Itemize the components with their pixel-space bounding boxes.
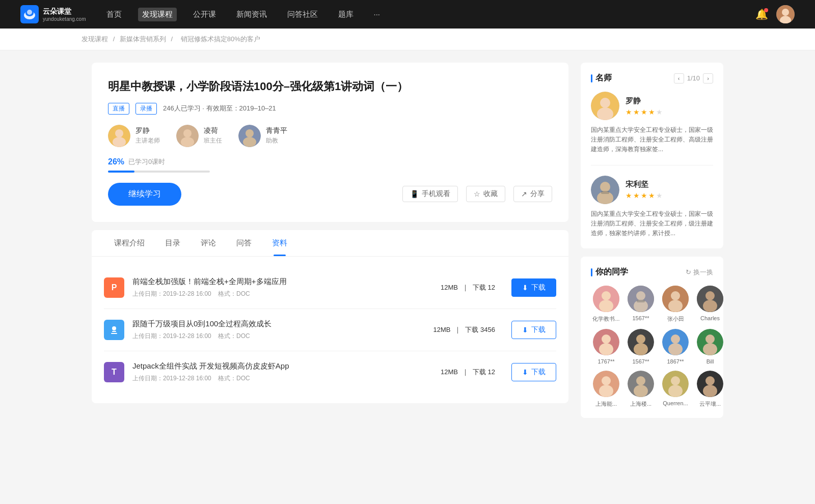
classmate-name-5: 1767** [591,358,621,365]
logo[interactable]: 云朵课堂 yundouketang.com [20,5,86,23]
svg-rect-16 [112,331,116,332]
instructor-info-2: 凌荷 班主任 [204,126,222,145]
svg-point-42 [636,334,645,344]
nav-question[interactable]: 题库 [334,8,358,21]
instructors: 罗静 主讲老师 凌荷 班主任 [108,125,552,147]
logo-icon [20,5,39,23]
nav-news[interactable]: 新闻资讯 [232,8,271,21]
tab-review[interactable]: 评论 [191,230,226,256]
svg-point-22 [600,182,610,192]
instructor-2: 凌荷 班主任 [176,125,222,147]
nav-discover[interactable]: 发现课程 [138,8,177,21]
tabs-content: P 前端全栈加强版！前端全栈+全周期+多端应用 上传日期：2019-12-28 … [92,257,568,403]
share-button[interactable]: ↗ 分享 [513,186,552,202]
svg-point-55 [634,385,648,397]
file-meta-3: 上传日期：2019-12-28 16:00 格式：DOC [132,374,424,383]
classmate-9: 上海能... [591,371,621,408]
svg-point-61 [703,385,717,397]
collect-button[interactable]: ☆ 收藏 [466,186,505,202]
classmate-name-3: 张小田 [660,315,691,323]
svg-point-26 [602,291,611,300]
instructor-avatar-2 [176,125,199,147]
classmate-avatar-10 [628,371,654,397]
svg-point-8 [113,137,126,147]
download-button-2[interactable]: ⬇ 下载 [511,321,556,339]
teachers-card-header: 名师 ‹ 1/10 › [591,73,713,83]
svg-point-14 [243,137,256,147]
tag-record: 录播 [135,103,157,115]
teacher-item-2: 宋利坚 ★ ★ ★ ★ ★ 国内某重点大学安全工程专业硕士，国家一级注册消防工程… [591,176,713,239]
prev-page-button[interactable]: ‹ [674,73,684,83]
nav-more[interactable]: ··· [370,8,385,21]
instructor-info-3: 青青平 助教 [266,126,287,145]
file-icon-u [104,320,124,340]
notification-bell[interactable]: 🔔 [755,8,768,20]
file-name-2: 跟随千万级项目从0到100全过程高效成长 [132,319,417,329]
instructor-1: 罗静 主讲老师 [108,125,160,147]
svg-point-11 [181,137,194,147]
svg-point-39 [602,334,611,344]
classmate-name-9: 上海能... [591,400,621,408]
classmate-6: 1567** [626,329,656,365]
tab-catalog[interactable]: 目录 [155,230,191,256]
instructor-3: 青青平 助教 [238,125,287,147]
teacher-stars-2: ★ ★ ★ ★ ★ [626,191,663,200]
nav-open[interactable]: 公开课 [189,8,220,21]
breadcrumb-series[interactable]: 新媒体营销系列 [120,35,166,43]
classmate-name-12: 云平壤... [695,400,725,408]
teacher-top-2: 宋利坚 ★ ★ ★ ★ ★ [591,176,713,204]
svg-point-13 [246,129,254,137]
download-button-1[interactable]: ⬇ 下载 [511,278,556,297]
progress-fill [108,171,134,173]
file-info-2: 跟随千万级项目从0到100全过程高效成长 上传日期：2019-12-28 16:… [132,319,417,341]
svg-point-43 [634,343,648,355]
teacher-name-stars-2: 宋利坚 ★ ★ ★ ★ ★ [626,180,663,200]
instructor-name-2: 凌荷 [204,126,222,135]
file-meta-2: 上传日期：2019-12-28 16:00 格式：DOC [132,332,417,341]
file-stats-2: 12MB ｜ 下载 3456 [433,325,495,334]
instructor-role-3: 助教 [266,136,287,145]
svg-point-36 [705,291,715,300]
classmate-2: 1567** [626,286,656,323]
next-page-button[interactable]: › [703,73,713,83]
svg-rect-24 [601,191,609,194]
pagination-text: 1/10 [687,74,700,82]
continue-button[interactable]: 继续学习 [108,183,181,206]
course-meta: 246人已学习 · 有效期至：2019–10–21 [163,104,276,113]
breadcrumb-discover[interactable]: 发现课程 [82,35,108,43]
classmate-avatar-2 [628,286,654,312]
navbar: 云朵课堂 yundouketang.com 首页 发现课程 公开课 新闻资讯 问… [0,0,815,29]
svg-point-15 [112,326,116,330]
svg-point-46 [668,343,683,355]
teachers-card: 名师 ‹ 1/10 › [581,63,723,248]
svg-point-34 [668,300,683,312]
refresh-button[interactable]: ↻ 换一换 [686,268,713,277]
instructor-info-1: 罗静 主讲老师 [135,126,160,145]
classmate-name-4: Charles [695,315,725,321]
user-avatar[interactable] [776,5,795,23]
download-icon-1: ⬇ [522,284,528,292]
action-buttons: 📱 手机观看 ☆ 收藏 ↗ 分享 [402,186,552,202]
download-button-3[interactable]: ⬇ 下载 [511,363,556,381]
svg-point-48 [705,334,715,344]
classmate-12: 云平壤... [695,371,725,408]
classmate-name-11: Querren... [660,400,691,406]
file-stats-3: 12MB ｜ 下载 12 [441,368,495,377]
file-icon-t: T [104,362,124,382]
nav-home[interactable]: 首页 [102,8,126,21]
nav-qa[interactable]: 问答社区 [283,8,322,21]
svg-point-51 [602,376,611,385]
teacher-stars-1: ★ ★ ★ ★ ★ [626,108,663,116]
tag-live: 直播 [108,103,129,115]
classmate-10: 上海楼... [626,371,656,408]
teacher-desc-2: 国内某重点大学安全工程专业硕士，国家一级注册消防工程师、注册安全工程师，级注册建… [591,209,713,239]
mobile-watch-button[interactable]: 📱 手机观看 [402,186,458,202]
tab-files[interactable]: 资料 [262,230,297,256]
tab-intro[interactable]: 课程介绍 [104,230,155,256]
tab-qa[interactable]: 问答 [226,230,262,256]
teacher-name-2: 宋利坚 [626,180,663,189]
classmates-header: 你的同学 ↻ 换一换 [591,267,713,277]
classmates-title: 你的同学 [591,267,628,277]
breadcrumb: 发现课程 / 新媒体营销系列 / 销冠修炼术搞定80%的客户 [0,29,815,50]
course-title: 明星中教授课，小学阶段语法100分–强化级第1讲动词（一） [108,79,552,95]
